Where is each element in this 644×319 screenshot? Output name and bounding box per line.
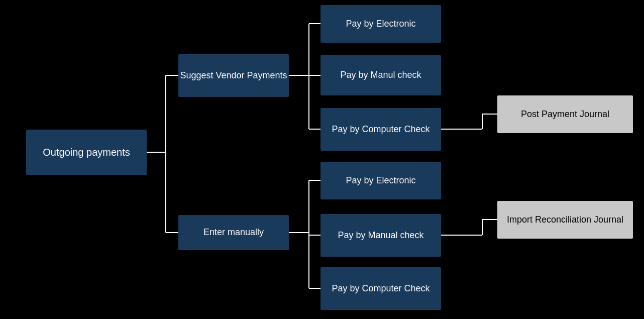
- enter-manual-check-node: Pay by Manual check: [320, 214, 441, 257]
- suggest-vendor-payments-node: Suggest Vendor Payments: [178, 54, 289, 97]
- enter-electronic-node: Pay by Electronic: [320, 162, 441, 199]
- suggest-electronic-node: Pay by Electronic: [320, 5, 441, 43]
- enter-computer-check-node: Pay by Computer Check: [320, 267, 441, 310]
- import-reconciliation-journal-node: Import Reconciliation Journal: [497, 201, 633, 239]
- diagram: Outgoing payments Suggest Vendor Payment…: [0, 0, 644, 319]
- suggest-computer-check-node: Pay by Computer Check: [320, 108, 441, 151]
- outgoing-payments-node: Outgoing payments: [26, 130, 147, 175]
- suggest-manual-check-node: Pay by Manul check: [320, 55, 441, 95]
- post-payment-journal-node: Post Payment Journal: [497, 95, 633, 133]
- enter-manually-node: Enter manually: [178, 215, 289, 250]
